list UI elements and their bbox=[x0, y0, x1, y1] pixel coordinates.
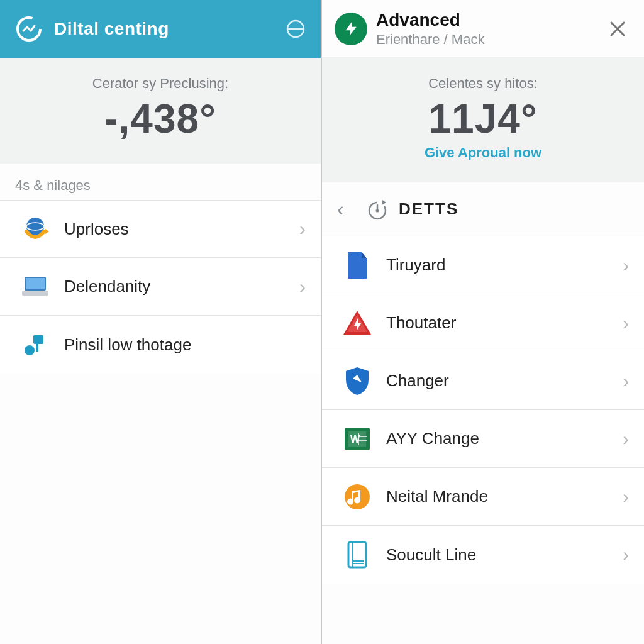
detts-heading: DETTS bbox=[399, 199, 458, 219]
list-item[interactable]: Soucult Line › bbox=[322, 526, 644, 584]
globe-arrow-icon bbox=[18, 211, 53, 247]
left-metric-block: Cerator sy Preclusing: -,438° bbox=[0, 58, 321, 164]
svg-rect-11 bbox=[36, 343, 38, 352]
svg-marker-12 bbox=[345, 22, 356, 36]
right-metric-value: 11J4° bbox=[335, 96, 631, 142]
chevron-right-icon: › bbox=[623, 313, 629, 334]
svg-rect-10 bbox=[33, 335, 43, 344]
right-header-subtitle: Erienthare / Mack bbox=[376, 31, 604, 48]
svg-rect-8 bbox=[22, 291, 48, 296]
list-item-label: Neital Mrande bbox=[386, 487, 623, 506]
chevron-right-icon: › bbox=[623, 486, 629, 508]
list-item[interactable]: Pinsil low thotage › bbox=[0, 316, 321, 374]
list-item-label: Uprloses bbox=[64, 219, 299, 239]
chevron-right-icon: › bbox=[299, 218, 306, 240]
book-outline-icon bbox=[340, 537, 375, 572]
chevron-right-icon: › bbox=[299, 276, 306, 297]
list-item[interactable]: Thoutater › bbox=[322, 294, 644, 352]
svg-marker-16 bbox=[382, 200, 386, 205]
svg-point-29 bbox=[345, 484, 370, 509]
list-item-label: Tiruyard bbox=[386, 255, 623, 275]
svg-point-9 bbox=[25, 345, 35, 355]
list-item-label: Soucult Line bbox=[386, 545, 623, 565]
chevron-right-icon: › bbox=[623, 544, 629, 565]
right-metric-caption: Celentes sy hitos: bbox=[335, 75, 631, 92]
list-item[interactable]: Uprloses › bbox=[0, 200, 321, 258]
list-item-label: Changer bbox=[386, 371, 623, 391]
right-panel: Advanced Erienthare / Mack Celentes sy h… bbox=[322, 0, 644, 644]
laptop-icon bbox=[18, 269, 53, 304]
right-header-title: Advanced bbox=[376, 10, 604, 30]
chevron-right-icon: › bbox=[623, 255, 629, 276]
clock-refresh-icon bbox=[362, 194, 392, 225]
music-orange-icon bbox=[340, 479, 375, 514]
left-section-label: 4s & nilages bbox=[0, 164, 321, 200]
list-item-label: Pinsil low thotage bbox=[64, 335, 299, 355]
detts-header: ‹ DETTS bbox=[322, 182, 644, 236]
svg-marker-5 bbox=[45, 229, 49, 234]
left-metric-caption: Cerator sy Preclusing: bbox=[13, 75, 308, 92]
list-item[interactable]: Changer › bbox=[322, 352, 644, 410]
left-metric-value: -,438° bbox=[13, 96, 308, 142]
list-item-label: Delendanity bbox=[64, 277, 299, 296]
left-panel: Diltal centing Cerator sy Preclusing: -,… bbox=[0, 0, 322, 644]
back-icon[interactable]: ‹ bbox=[337, 197, 356, 221]
doc-blue-icon bbox=[340, 248, 375, 283]
list-item[interactable]: Neital Mrande › bbox=[322, 468, 644, 526]
sheet-green-icon: W bbox=[340, 421, 375, 457]
list-item-label: Thoutater bbox=[386, 313, 623, 333]
left-header-title: Diltal centing bbox=[54, 19, 283, 39]
list-item-label: AYY Change bbox=[386, 429, 623, 448]
triangle-red-icon bbox=[340, 306, 375, 341]
chevron-right-icon: › bbox=[623, 428, 629, 450]
sync-icon[interactable] bbox=[283, 16, 308, 42]
list-item[interactable]: Delendanity › bbox=[0, 258, 321, 316]
list-item[interactable]: W AYY Change › bbox=[322, 410, 644, 468]
shield-blue-icon bbox=[340, 364, 375, 399]
close-icon[interactable] bbox=[604, 15, 631, 43]
svg-rect-7 bbox=[26, 278, 45, 289]
list-item[interactable]: Tiruyard › bbox=[322, 236, 644, 294]
left-header: Diltal centing bbox=[0, 0, 321, 58]
chevron-right-icon: › bbox=[623, 370, 629, 392]
app-logo-icon bbox=[13, 13, 45, 45]
give-approval-link[interactable]: Give Aproual now bbox=[335, 145, 631, 161]
bolt-icon bbox=[335, 13, 367, 45]
tool-icon bbox=[18, 327, 53, 362]
right-header: Advanced Erienthare / Mack bbox=[322, 0, 644, 58]
right-metric-block: Celentes sy hitos: 11J4° Give Aproual no… bbox=[322, 58, 644, 182]
